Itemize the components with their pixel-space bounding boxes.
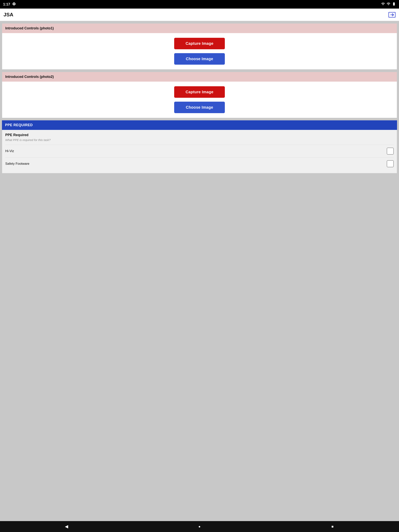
ppe-body: PPE Required What PPE is required for th… — [2, 130, 397, 173]
ppe-safety-footware-label: Safety Footware — [5, 162, 29, 166]
app-bar: JSA — [0, 9, 399, 21]
ppe-hi-viz-label: Hi-Viz — [5, 149, 14, 153]
photo1-header: Introduced Controls (photo1) — [2, 24, 397, 33]
status-time: 1:17 — [3, 2, 10, 6]
bottom-nav: ◀ ● ■ — [0, 521, 399, 532]
photo1-capture-button[interactable]: Capture Image — [174, 38, 225, 49]
main-content: Introduced Controls (photo1) Capture Ima… — [0, 21, 399, 521]
photo2-header: Introduced Controls (photo2) — [2, 72, 397, 82]
photo2-section: Introduced Controls (photo2) Capture Ima… — [2, 72, 397, 118]
ppe-hi-viz-checkbox[interactable] — [387, 148, 394, 155]
ppe-header-text: PPE REQUIRED — [5, 123, 33, 127]
ppe-label: PPE Required — [5, 133, 394, 137]
ppe-section-header: PPE REQUIRED — [2, 120, 397, 130]
back-icon: ◀ — [65, 524, 68, 529]
nav-recent-button[interactable]: ■ — [327, 522, 338, 531]
recent-icon: ■ — [331, 525, 334, 529]
photo1-choose-button[interactable]: Choose Image — [174, 53, 225, 65]
nav-home-button[interactable]: ● — [194, 522, 205, 531]
nav-back-button[interactable]: ◀ — [61, 522, 72, 531]
photo2-body: Capture Image Choose Image — [2, 82, 397, 118]
photo2-capture-button[interactable]: Capture Image — [174, 86, 225, 98]
battery-icon — [392, 2, 396, 7]
photo1-section: Introduced Controls (photo1) Capture Ima… — [2, 23, 397, 70]
wifi-icon — [381, 2, 385, 7]
signal-icon — [386, 2, 390, 7]
forward-arrow-icon[interactable] — [388, 12, 395, 18]
app-title: JSA — [4, 12, 13, 18]
photo2-header-text: Introduced Controls (photo2) — [5, 75, 54, 79]
gear-icon — [12, 2, 16, 7]
ppe-safety-footware-checkbox[interactable] — [387, 160, 394, 167]
ppe-row-hi-viz: Hi-Viz — [5, 145, 394, 157]
ppe-hint: What PPE is required for this task? — [5, 138, 394, 142]
photo1-header-text: Introduced Controls (photo1) — [5, 26, 54, 30]
status-bar: 1:17 — [0, 0, 399, 9]
home-icon: ● — [199, 525, 201, 529]
status-right — [381, 2, 396, 7]
photo2-choose-button[interactable]: Choose Image — [174, 102, 225, 113]
photo1-body: Capture Image Choose Image — [2, 33, 397, 69]
status-left: 1:17 — [3, 2, 16, 7]
ppe-row-safety-footware: Safety Footware — [5, 157, 394, 170]
